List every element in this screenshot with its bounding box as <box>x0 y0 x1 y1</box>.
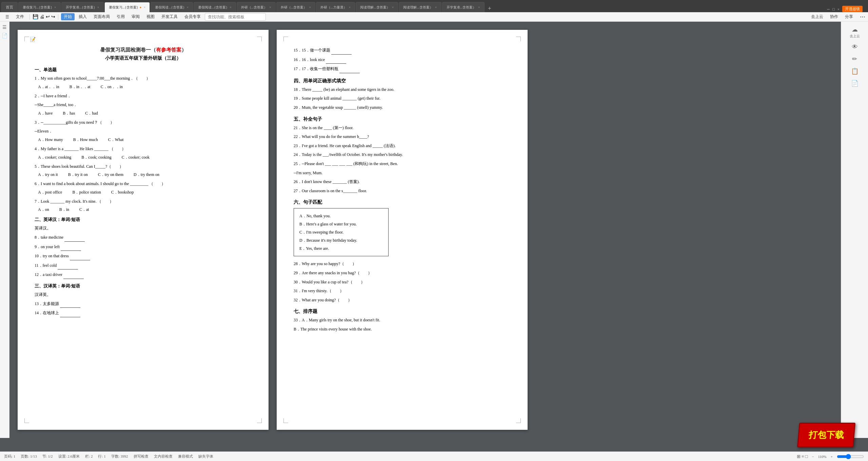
tab-8[interactable]: 外研（...力量晨） × <box>316 2 355 12</box>
q13-blank <box>60 300 80 308</box>
cloud-save-icon[interactable]: ☁ 去上云 <box>850 26 860 39</box>
tab-close-11[interactable]: × <box>478 5 480 9</box>
window-minimize[interactable]: ─ <box>827 7 830 11</box>
q6-c: C．bookshop <box>111 189 134 195</box>
share-btn[interactable]: 分享 <box>842 13 856 20</box>
corner-bl-2 <box>283 418 288 423</box>
tab-home[interactable]: 首页 <box>1 2 18 12</box>
references-tab[interactable]: 引用 <box>114 13 127 20</box>
tab-close-10[interactable]: × <box>435 5 437 9</box>
tab-10[interactable]: 阅读理解...含答案） × <box>399 2 441 12</box>
tab-close-7[interactable]: × <box>309 5 311 9</box>
q29: 29．Are there any snacks in you bag?（ ） <box>294 269 511 277</box>
clipboard-icon[interactable]: 📋 <box>851 67 859 75</box>
view-tab[interactable]: 视图 <box>144 13 157 20</box>
q9-blank <box>61 243 81 251</box>
member-tab[interactable]: 会员专享 <box>182 13 203 20</box>
page-info: 页码: 1 <box>4 454 15 459</box>
download-button[interactable]: 打包下载 <box>797 423 855 447</box>
internal-check[interactable]: 文内容检查 <box>154 454 173 459</box>
tab-5[interactable]: 暑假阅读...{含答案} × <box>194 2 236 12</box>
tab-close-8[interactable]: × <box>349 5 351 9</box>
tab-2[interactable]: 开学复准...{含答案} × <box>61 2 104 12</box>
doc-area[interactable]: 📝 暑假复习巩固检测卷一（有参考答案） 小学英语五年级下册外研版（三起） 一、单… <box>9 22 841 438</box>
tab-11[interactable]: 开学复准...含答案） × <box>442 2 485 12</box>
save-icon[interactable]: 💾 <box>33 14 38 20</box>
q2-b: B．has <box>63 111 75 116</box>
start-tab[interactable]: 开始 <box>61 13 75 20</box>
zoom-in-btn[interactable]: + <box>831 455 833 459</box>
q4-b: B．cook; cooking <box>81 155 111 160</box>
q6-options: A．post office B．police station C．booksho… <box>35 189 252 195</box>
spell-check[interactable]: 拼写检查 <box>134 454 149 459</box>
section-s6: 六、句子匹配 <box>294 199 511 205</box>
search-input[interactable] <box>205 13 266 21</box>
q2-she: --She_____a friend, too． <box>35 101 252 109</box>
save-cloud-btn[interactable]: 去上云 <box>808 13 826 20</box>
q1-a: A．at．．in <box>38 84 59 90</box>
upgrade-button[interactable]: 开通超级 <box>842 6 863 12</box>
window-restore[interactable]: □ <box>832 7 835 11</box>
section-s5: 五、补全句子 <box>294 116 511 122</box>
tab-close-3[interactable]: × <box>144 5 146 9</box>
collab-btn[interactable]: 协作 <box>827 13 841 20</box>
eye-icon[interactable]: 👁 <box>852 43 858 51</box>
tab-close-4[interactable]: × <box>186 5 189 9</box>
tab-1[interactable]: 暑假复习...{含答案} × <box>18 2 61 12</box>
corner-tl <box>24 37 29 41</box>
q8-blank <box>64 234 85 242</box>
new-tab-button[interactable]: + <box>488 5 491 12</box>
q5-d: D．try them on <box>134 172 159 178</box>
q33b: B．The prince visits every house with the… <box>294 326 511 333</box>
q7-c: C．at <box>79 207 89 213</box>
page-layout-tab[interactable]: 页面布局 <box>91 13 113 20</box>
file-menu[interactable]: 文件 <box>13 13 27 20</box>
more-options-icon[interactable]: ⋯ <box>860 14 865 20</box>
match-a: A．No, thank you. <box>299 212 383 220</box>
main-area: ☰ 📄 📝 暑假复习巩固检测卷一（有参考答案） 小学英语五年级下册外研版（三起）… <box>0 22 868 438</box>
review-tab[interactable]: 审阅 <box>129 13 142 20</box>
q2: 2．--I have a friend． <box>35 93 252 100</box>
status-right: ⊞ ≡ □ − 110% + <box>797 454 864 459</box>
insert-tab[interactable]: 插入 <box>76 13 90 20</box>
tab-close-1[interactable]: × <box>54 5 56 9</box>
q1-options: A．at．．in B．in．．at C．on．．in <box>35 84 252 90</box>
tab-7[interactable]: 外研（...含答案） × <box>276 2 315 12</box>
page-2: 15．15．做一个课题 16．16．look nice 17．17．收集一些塑料… <box>277 30 528 430</box>
menu-button[interactable]: ☰ <box>3 14 12 20</box>
q1: 1．My son often goes to school_____7:00__… <box>35 75 252 82</box>
section-s1: 一、单选题 <box>35 67 252 73</box>
q18: 18．There _____ (be) an elephant and some… <box>294 86 511 94</box>
sidebar-nav-icon[interactable]: ☰ <box>2 24 7 30</box>
q11-blank <box>58 262 78 270</box>
doc-icon: 📝 <box>30 37 36 42</box>
window-close[interactable]: × <box>837 7 840 11</box>
toolbar: ☰ 文件 💾 🖨 ↩ ↪ 开始 插入 页面布局 引用 审阅 视图 开发工具 会员… <box>0 12 868 22</box>
zoom-out-btn[interactable]: − <box>812 455 814 459</box>
corner-tr <box>257 37 262 41</box>
tab-close-2[interactable]: × <box>97 5 99 9</box>
corner-br-2 <box>516 418 521 423</box>
print-icon[interactable]: 🖨 <box>40 14 44 20</box>
q14-blank <box>60 309 80 317</box>
tab-close-9[interactable]: × <box>392 5 394 9</box>
tab-4[interactable]: 暑假阅读...{含答案} × <box>151 2 193 12</box>
tab-9[interactable]: 阅读理解...含答案） × <box>356 2 398 12</box>
zoom-slider[interactable] <box>837 454 864 459</box>
undo-icon[interactable]: ↩ <box>46 14 50 20</box>
redo-icon[interactable]: ↪ <box>51 14 55 20</box>
q30: 30．Would you like a cup of tea?（ ） <box>294 279 511 286</box>
q16-blank <box>326 56 346 64</box>
q15: 15．15．做一个课题 <box>294 47 511 55</box>
doc-title-1: 暑假复习巩固检测卷一（有参考答案） <box>35 47 252 53</box>
tab-close-5[interactable]: × <box>230 5 232 9</box>
tab-close-6[interactable]: × <box>269 5 271 9</box>
edit-icon[interactable]: ✏ <box>852 55 857 63</box>
view-mode-icons[interactable]: ⊞ ≡ □ <box>797 454 808 459</box>
doc-icon-right[interactable]: 📄 <box>851 80 859 87</box>
dev-tab[interactable]: 开发工具 <box>159 13 180 20</box>
tab-6[interactable]: 外研（...含答案） × <box>237 2 276 12</box>
sidebar-doc-icon[interactable]: 📄 <box>2 33 7 39</box>
q17: 17．17．收集一些塑料瓶 <box>294 65 511 73</box>
tab-3[interactable]: 暑假复习...{含答案} ● × <box>104 2 150 12</box>
